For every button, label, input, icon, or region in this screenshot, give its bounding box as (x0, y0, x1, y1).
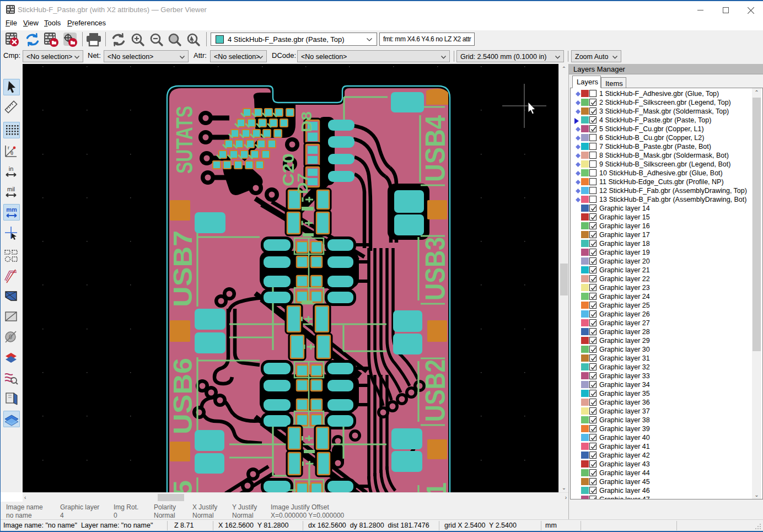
svg-text:θ: θ (10, 151, 13, 156)
svg-text:USB6: USB6 (168, 358, 197, 434)
svg-text:USB1: USB1 (421, 482, 452, 492)
svg-text:USB5: USB5 (168, 480, 197, 492)
svg-text:USB3: USB3 (420, 237, 451, 300)
svg-text:mm: mm (6, 206, 17, 213)
svg-text:USB7: USB7 (168, 230, 197, 307)
svg-text:USB2: USB2 (420, 359, 451, 422)
svg-text:in: in (9, 165, 14, 172)
svg-text:D8: D8 (298, 111, 315, 132)
svg-text:USB4: USB4 (420, 115, 451, 182)
svg-text:D7: D7 (294, 173, 311, 194)
svg-text:SUTATS: SUTATS (171, 106, 197, 174)
svg-text:r: r (8, 145, 9, 151)
svg-text:mil: mil (7, 186, 15, 192)
